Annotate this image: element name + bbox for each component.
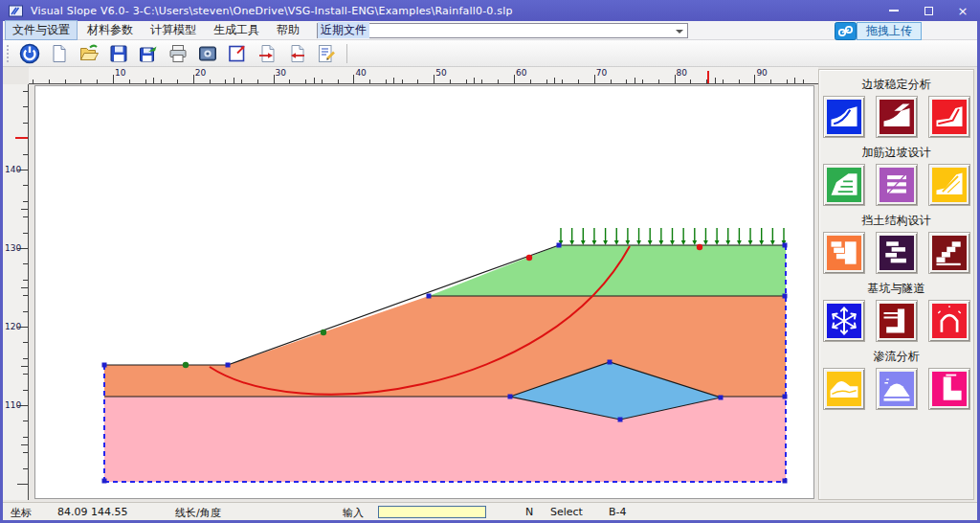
save-as-icon <box>138 43 159 64</box>
vertex-handle[interactable] <box>783 479 788 484</box>
export-page-icon <box>286 43 307 64</box>
save-icon <box>108 43 129 64</box>
input-label: 输入 <box>343 506 364 520</box>
coord-value: 84.09 144.55 <box>57 506 127 518</box>
slope-model-drawing[interactable] <box>35 86 813 498</box>
reinforced-slope-icon <box>827 168 861 202</box>
button-row-2 <box>819 164 973 206</box>
client-area: 文件与设置材料参数计算模型生成工具帮助近期文件 拖拽上传 10203040506… <box>3 21 977 520</box>
new-file-icon <box>49 43 70 64</box>
analysis-tool-panel: 边坡稳定分析加筋边坡设计挡土结构设计基坑与隧道渗流分析 <box>818 69 974 500</box>
drawing-canvas[interactable] <box>34 85 814 499</box>
toolbar-edit-notes-button[interactable] <box>313 41 339 65</box>
layer-orange[interactable] <box>104 296 786 397</box>
vertex-handle[interactable] <box>618 418 623 422</box>
block-wall-design-button[interactable] <box>823 232 865 274</box>
close-button[interactable]: × <box>946 0 980 21</box>
soil-nail-design-icon <box>932 168 967 202</box>
brick-wall-design-icon <box>880 236 914 270</box>
window-title: Visual Slope V6.0- 3-C:\Users\steven\One… <box>31 5 513 17</box>
slope-stability-complex-button[interactable] <box>928 96 970 138</box>
stepped-wall-design-button[interactable] <box>928 232 970 274</box>
maximize-button[interactable] <box>911 0 946 21</box>
toolbar-separator <box>346 44 347 63</box>
hruler-label: 50 <box>435 68 446 78</box>
embankment-seepage-icon <box>880 372 914 406</box>
menu-item-4[interactable]: 生成工具 <box>206 20 267 40</box>
minimize-button[interactable] <box>877 0 911 21</box>
cursor-y-marker <box>15 137 28 139</box>
node-point[interactable] <box>697 244 702 250</box>
menu-item-5[interactable]: 帮助 <box>269 20 307 40</box>
block-wall-design-icon <box>827 236 861 270</box>
menu-item-3[interactable]: 计算模型 <box>143 20 204 40</box>
hruler-label: 80 <box>677 68 687 78</box>
layer-green[interactable] <box>429 245 786 296</box>
vertex-handle[interactable] <box>783 294 788 299</box>
recent-files-combobox[interactable]: 近期文件 <box>317 23 688 38</box>
power-icon <box>19 43 40 64</box>
horizontal-ruler: 102030405060708090 <box>29 67 818 84</box>
toolbar-open-file-button[interactable] <box>76 41 101 65</box>
reinforced-slope-button[interactable] <box>823 164 865 206</box>
button-row-5 <box>819 368 973 410</box>
slope-stability-basic-button[interactable] <box>823 96 865 138</box>
slope-stability-layered-button[interactable] <box>876 96 918 138</box>
layer-pink[interactable] <box>104 397 786 482</box>
vertex-handle[interactable] <box>102 479 107 484</box>
vertex-handle[interactable] <box>608 360 612 365</box>
window-border-left <box>0 21 3 523</box>
vruler-label: 140 <box>5 165 21 174</box>
menu-item-2[interactable]: 材料参数 <box>79 20 141 40</box>
drag-upload-button[interactable]: 拖拽上传 <box>857 22 922 40</box>
vertex-handle[interactable] <box>226 363 231 368</box>
vertex-handle[interactable] <box>102 363 107 368</box>
cell-indicator: B-4 <box>609 506 627 518</box>
vertex-handle[interactable] <box>427 294 432 299</box>
vertex-handle[interactable] <box>557 243 562 248</box>
vertex-handle[interactable] <box>783 243 788 248</box>
vertex-handle[interactable] <box>508 395 513 399</box>
node-point[interactable] <box>321 330 326 335</box>
hruler-label: 90 <box>756 68 767 78</box>
vertical-ruler: 140130120110 <box>3 84 29 500</box>
toolbar-power-button[interactable] <box>16 41 42 65</box>
dam-seepage-button[interactable] <box>823 368 865 410</box>
group-label-3: 挡土结构设计 <box>819 213 973 229</box>
menu-item-1[interactable]: 文件与设置 <box>5 20 78 40</box>
node-point[interactable] <box>183 362 189 368</box>
toolbar-new-file-button[interactable] <box>46 41 72 65</box>
ground-freezing-button[interactable] <box>823 300 865 342</box>
node-point[interactable] <box>526 255 532 261</box>
hruler-label: 20 <box>195 68 206 78</box>
geogrid-design-icon <box>880 168 914 202</box>
toolbar-page-setup-button[interactable] <box>224 41 250 65</box>
upload-tool-icon[interactable] <box>835 22 857 40</box>
toolbar-save-button[interactable] <box>105 41 131 65</box>
excavation-wall-icon <box>880 304 914 338</box>
toolbar-save-as-button[interactable] <box>135 41 161 65</box>
embankment-seepage-button[interactable] <box>876 368 918 410</box>
ruler-corner <box>3 67 29 84</box>
window-controls: × <box>877 0 980 21</box>
toolbar-print-button[interactable] <box>165 41 190 65</box>
channel-seepage-button[interactable] <box>928 368 970 410</box>
toolbar-render-settings-button[interactable] <box>194 41 220 65</box>
geogrid-design-button[interactable] <box>876 164 918 206</box>
status-input-field[interactable] <box>378 506 486 518</box>
tunnel-analysis-button[interactable] <box>928 300 970 342</box>
excavation-wall-button[interactable] <box>876 300 918 342</box>
vruler-label: 130 <box>5 243 21 253</box>
mode-indicator: N <box>525 506 533 518</box>
page-setup-icon <box>227 43 248 64</box>
vertex-handle[interactable] <box>719 396 724 400</box>
selection-indicator: Select <box>550 506 583 518</box>
soil-nail-design-button[interactable] <box>928 164 970 206</box>
toolbar-import-page-button[interactable] <box>254 41 279 65</box>
toolbar-export-page-button[interactable] <box>283 41 309 65</box>
minimize-icon <box>889 10 899 11</box>
menu-bar: 文件与设置材料参数计算模型生成工具帮助近期文件 <box>3 21 977 40</box>
vertex-handle[interactable] <box>783 395 788 399</box>
cursor-x-marker <box>707 71 709 83</box>
brick-wall-design-button[interactable] <box>876 232 918 274</box>
